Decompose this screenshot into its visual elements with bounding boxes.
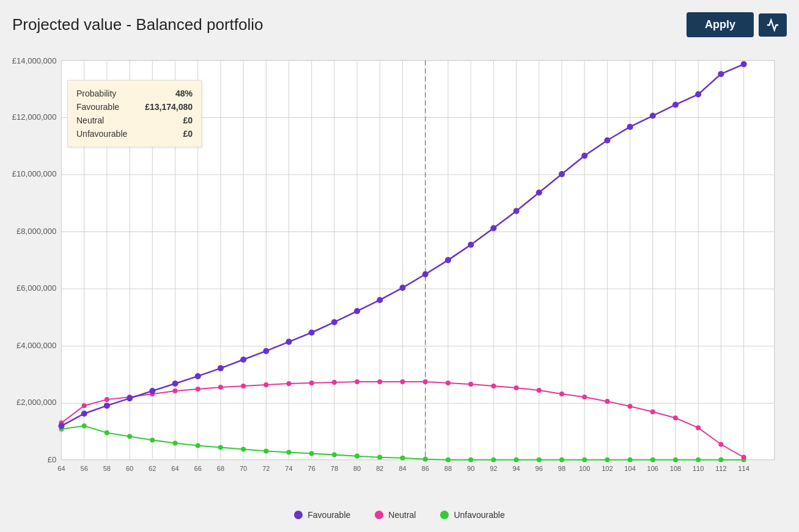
svg-text:£4,000,000: £4,000,000: [17, 341, 56, 350]
svg-point-88: [196, 443, 201, 448]
svg-point-91: [263, 449, 268, 454]
svg-text:80: 80: [353, 465, 361, 472]
svg-text:98: 98: [558, 465, 565, 472]
svg-point-151: [218, 365, 224, 371]
svg-point-99: [446, 457, 451, 462]
svg-text:108: 108: [670, 465, 681, 472]
svg-point-173: [718, 71, 724, 77]
svg-text:78: 78: [331, 465, 338, 472]
svg-point-108: [650, 457, 655, 462]
svg-point-102: [514, 457, 519, 462]
chart-area: £0 £2,000,000 £4,000,000 £6,000,000 £8,0…: [12, 43, 787, 508]
chart-tooltip: Probability 48% Favourable £13,174,080 N…: [67, 80, 202, 147]
svg-point-135: [559, 392, 564, 396]
svg-text:£8,000,000: £8,000,000: [17, 227, 56, 236]
svg-point-169: [627, 124, 633, 130]
svg-point-115: [105, 397, 109, 402]
svg-point-130: [446, 381, 451, 385]
svg-point-140: [673, 415, 678, 420]
svg-point-87: [172, 440, 177, 445]
svg-text:112: 112: [715, 465, 726, 472]
svg-point-133: [514, 385, 519, 390]
svg-point-160: [422, 271, 429, 277]
svg-text:84: 84: [399, 465, 406, 472]
svg-point-131: [468, 382, 473, 387]
svg-text:104: 104: [624, 465, 635, 472]
svg-point-125: [332, 380, 337, 385]
svg-point-134: [537, 388, 542, 393]
svg-point-170: [650, 113, 656, 119]
svg-text:60: 60: [126, 465, 133, 472]
svg-point-104: [559, 457, 564, 462]
svg-point-128: [400, 379, 405, 384]
svg-point-93: [309, 451, 314, 456]
svg-text:110: 110: [693, 465, 704, 472]
svg-point-157: [354, 308, 360, 314]
svg-point-141: [696, 425, 701, 430]
svg-text:100: 100: [579, 465, 590, 472]
svg-text:£0: £0: [48, 455, 57, 464]
svg-point-100: [468, 457, 473, 462]
tooltip-favourable-label: Favourable: [76, 102, 119, 112]
svg-point-83: [82, 423, 87, 428]
svg-text:88: 88: [444, 465, 452, 472]
svg-text:82: 82: [376, 465, 383, 472]
svg-point-158: [377, 297, 383, 303]
legend-item-unfavourable: Unfavourable: [440, 510, 504, 520]
svg-point-101: [491, 457, 496, 462]
legend-label-neutral: Neutral: [388, 510, 416, 520]
svg-point-126: [355, 379, 359, 384]
svg-text:66: 66: [194, 465, 202, 472]
svg-point-156: [331, 319, 337, 325]
svg-point-154: [285, 339, 292, 345]
tooltip-unfavourable-label: Unfavourable: [76, 129, 127, 139]
apply-button[interactable]: Apply: [687, 12, 754, 37]
tooltip-favourable-value: £13,174,080: [145, 102, 193, 112]
svg-text:102: 102: [602, 465, 613, 472]
tooltip-neutral-label: Neutral: [76, 115, 104, 125]
svg-text:£6,000,000: £6,000,000: [17, 283, 56, 293]
svg-point-161: [445, 257, 451, 263]
svg-text:70: 70: [240, 465, 247, 472]
svg-text:62: 62: [149, 465, 156, 472]
svg-point-89: [218, 445, 223, 450]
page-title: Projected value - Balanced portfolio: [12, 15, 263, 34]
svg-text:106: 106: [647, 465, 658, 472]
svg-text:£14,000,000: £14,000,000: [12, 56, 56, 65]
chart-icon-button[interactable]: [759, 13, 787, 37]
svg-text:64: 64: [57, 465, 65, 472]
svg-point-166: [559, 171, 565, 177]
tooltip-probability-value: 48%: [175, 89, 193, 98]
svg-point-98: [423, 457, 428, 462]
svg-text:92: 92: [490, 465, 497, 472]
svg-point-144: [58, 423, 64, 429]
tooltip-unfavourable-value: £0: [183, 129, 193, 139]
svg-point-168: [604, 137, 610, 144]
svg-point-121: [241, 384, 246, 388]
svg-point-159: [400, 285, 406, 291]
svg-point-124: [309, 381, 314, 385]
svg-point-153: [263, 348, 269, 354]
svg-point-138: [628, 404, 633, 409]
svg-point-86: [150, 437, 155, 442]
svg-point-94: [332, 453, 337, 457]
svg-point-147: [127, 395, 133, 401]
svg-point-84: [105, 430, 109, 435]
svg-point-110: [696, 457, 701, 462]
svg-text:72: 72: [262, 465, 270, 472]
svg-point-105: [582, 457, 587, 462]
svg-point-136: [582, 395, 587, 399]
svg-point-106: [605, 457, 609, 462]
svg-text:£2,000,000: £2,000,000: [17, 398, 56, 407]
svg-point-162: [468, 242, 474, 248]
svg-point-129: [423, 379, 428, 384]
svg-point-118: [172, 388, 177, 393]
chart-legend: Favourable Neutral Unfavourable: [12, 510, 787, 523]
svg-point-92: [286, 450, 291, 455]
svg-point-109: [673, 457, 678, 462]
svg-point-152: [240, 357, 246, 363]
svg-text:£10,000,000: £10,000,000: [12, 169, 56, 178]
svg-point-114: [82, 403, 87, 408]
svg-point-97: [400, 456, 405, 461]
svg-point-120: [218, 385, 223, 390]
